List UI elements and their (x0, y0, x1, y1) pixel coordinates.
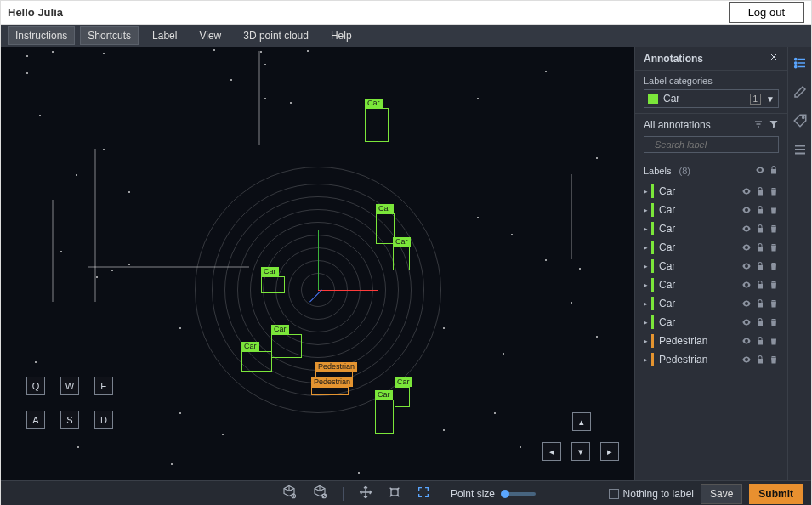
car-bbox[interactable]: Car (375, 400, 394, 434)
menu-instructions[interactable]: Instructions (8, 26, 75, 45)
delete-icon[interactable] (769, 317, 779, 327)
car-bbox[interactable]: Car (241, 351, 272, 372)
point-size-slider[interactable] (502, 492, 536, 496)
menu-rail-icon[interactable] (792, 142, 808, 157)
menu-help[interactable]: Help (322, 27, 361, 44)
nav-down-button[interactable]: ▾ (571, 442, 590, 461)
move-icon[interactable] (359, 485, 372, 502)
expand-icon[interactable]: ▸ (644, 187, 648, 196)
search-box[interactable] (644, 136, 779, 153)
key-a[interactable]: A (26, 411, 45, 429)
annotation-item[interactable]: ▸Car (639, 238, 784, 257)
filter-icon[interactable] (769, 119, 779, 131)
expand-icon[interactable]: ▸ (644, 299, 648, 308)
tag-rail-icon[interactable] (792, 113, 808, 128)
visibility-icon[interactable] (741, 186, 752, 196)
lock-icon[interactable] (755, 186, 765, 196)
menu-shortcuts[interactable]: Shortcuts (80, 26, 139, 45)
nothing-to-label-checkbox[interactable]: Nothing to label (609, 488, 694, 500)
menu-3d-point-cloud[interactable]: 3D point cloud (235, 27, 317, 44)
expand-icon[interactable]: ▸ (644, 243, 648, 252)
car-bbox[interactable]: Car (393, 247, 410, 270)
delete-icon[interactable] (769, 336, 779, 346)
expand-icon[interactable]: ▸ (644, 262, 648, 270)
lock-icon[interactable] (755, 242, 765, 252)
cube-add-icon[interactable] (281, 485, 297, 502)
car-bbox[interactable]: Car (261, 276, 285, 293)
nav-prev-button[interactable]: ◂ (542, 442, 561, 461)
key-e[interactable]: E (94, 377, 113, 395)
logout-button[interactable]: Log out (729, 2, 804, 23)
delete-icon[interactable] (769, 280, 779, 290)
delete-icon[interactable] (769, 205, 779, 215)
fullscreen-icon[interactable] (417, 485, 430, 502)
key-s[interactable]: S (60, 411, 79, 429)
annotation-item[interactable]: ▸Car (639, 313, 784, 332)
visibility-icon[interactable] (741, 224, 752, 234)
search-input[interactable] (655, 139, 773, 150)
lock-icon[interactable] (755, 317, 765, 327)
visibility-icon[interactable] (741, 298, 752, 309)
cube-link-icon[interactable] (312, 485, 327, 502)
category-select[interactable]: Car 1 ▼ (644, 89, 779, 108)
lock-icon[interactable] (755, 355, 765, 365)
nav-up-button[interactable]: ▴ (572, 412, 591, 431)
visibility-icon[interactable] (741, 261, 752, 271)
menu-label[interactable]: Label (144, 27, 185, 44)
submit-button[interactable]: Submit (749, 484, 803, 504)
key-d[interactable]: D (94, 411, 113, 429)
delete-icon[interactable] (769, 355, 779, 365)
color-bar (651, 334, 654, 348)
annotation-item[interactable]: ▸Car (639, 257, 784, 275)
menu-view[interactable]: View (190, 27, 230, 44)
visibility-icon[interactable] (741, 280, 752, 290)
delete-icon[interactable] (769, 224, 779, 234)
car-bbox[interactable]: Car (271, 334, 302, 358)
visibility-icon[interactable] (741, 317, 752, 327)
delete-icon[interactable] (769, 242, 779, 252)
visibility-icon[interactable] (741, 355, 752, 365)
point-cloud-viewport[interactable]: CarCarCarCarCarCarCarCarPedestrianPedest… (1, 47, 634, 480)
expand-icon[interactable]: ▸ (644, 318, 648, 326)
key-q[interactable]: Q (26, 377, 45, 395)
save-button[interactable]: Save (701, 484, 742, 504)
visibility-all-icon[interactable] (755, 165, 765, 177)
annotation-item[interactable]: ▸Car (639, 219, 784, 238)
lock-icon[interactable] (755, 205, 765, 215)
expand-icon[interactable]: ▸ (644, 337, 648, 345)
crop-icon[interactable] (388, 485, 401, 502)
expand-icon[interactable]: ▸ (644, 355, 648, 364)
lock-icon[interactable] (755, 336, 765, 346)
visibility-icon[interactable] (741, 242, 752, 252)
annotation-item[interactable]: ▸Car (639, 294, 784, 313)
car-bbox[interactable]: Car (395, 387, 410, 407)
visibility-icon[interactable] (741, 205, 752, 215)
lock-icon[interactable] (755, 298, 765, 309)
sort-icon[interactable] (753, 119, 764, 131)
lock-icon[interactable] (755, 224, 765, 234)
close-panel-icon[interactable] (769, 52, 779, 65)
lock-icon[interactable] (755, 280, 765, 290)
visibility-icon[interactable] (741, 336, 752, 346)
lock-icon[interactable] (755, 261, 765, 271)
expand-icon[interactable]: ▸ (644, 281, 648, 289)
car-bbox[interactable]: Car (365, 108, 389, 142)
delete-icon[interactable] (769, 298, 779, 309)
expand-icon[interactable]: ▸ (644, 224, 648, 233)
annotation-item[interactable]: ▸Pedestrian (639, 350, 784, 369)
annotations-rail-icon[interactable] (792, 55, 808, 71)
annotation-item[interactable]: ▸Car (639, 275, 784, 294)
delete-icon[interactable] (769, 186, 779, 196)
annotation-label: Car (659, 260, 741, 272)
car-bbox[interactable]: Car (376, 213, 395, 244)
annotation-item[interactable]: ▸Pedestrian (639, 332, 784, 350)
lock-all-icon[interactable] (769, 165, 779, 177)
annotation-item[interactable]: ▸Car (639, 182, 784, 201)
pedestrian-bbox[interactable]: Pedestrian (311, 387, 349, 395)
delete-icon[interactable] (769, 261, 779, 271)
nav-next-button[interactable]: ▸ (600, 442, 619, 461)
key-w[interactable]: W (60, 377, 79, 395)
expand-icon[interactable]: ▸ (644, 206, 648, 214)
edit-rail-icon[interactable] (792, 84, 808, 99)
annotation-item[interactable]: ▸Car (639, 201, 784, 219)
